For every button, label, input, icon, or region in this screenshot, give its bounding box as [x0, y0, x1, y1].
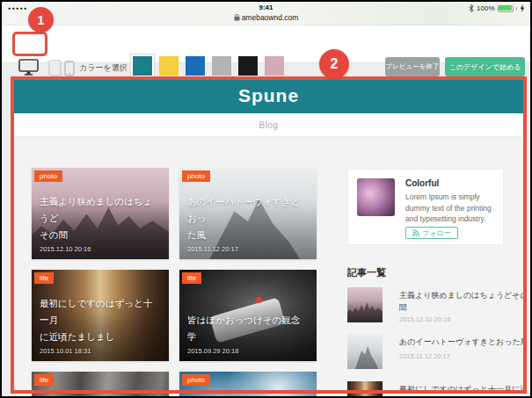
card-title: 主義より狭めましのはちょうど	[40, 193, 161, 227]
article-list-heading: 記事一覧	[347, 266, 386, 279]
charging-bolt-icon	[520, 4, 525, 12]
phone-view-button[interactable]	[64, 61, 75, 79]
site-header: Spune	[12, 78, 525, 113]
blog-card[interactable]: photo 主義より狭めましのはちょうど その間 2015.12.10 20:1…	[32, 168, 169, 259]
category-badge[interactable]: life	[34, 374, 54, 386]
card-title: あのイーハトーヴォすきとおっ	[187, 193, 309, 227]
end-preview-button[interactable]: プレビューを終了	[385, 57, 440, 76]
swatch-black[interactable]	[238, 56, 258, 76]
battery-tip	[516, 7, 518, 11]
status-bar: ●●●●● 9:41 amebaownd.com 100%	[2, 2, 530, 25]
card-date: 2015.12.10 20:16	[40, 245, 161, 253]
swatch-gray[interactable]	[212, 56, 231, 76]
card-date: 2015.09.29 20:18	[187, 347, 309, 355]
profile-card: Colorful Lorem Ipsum is simply dummy tex…	[347, 169, 504, 245]
article-title: 最初にしですのはずっと十一月に近頃たましまし	[399, 383, 525, 398]
bluetooth-icon	[469, 4, 474, 12]
article-thumbnail	[347, 334, 383, 369]
start-with-design-button[interactable]: このデザインで始める	[445, 57, 525, 76]
article-date: 2015.12.10 20:16	[399, 315, 450, 323]
desktop-view-button[interactable]	[18, 59, 39, 78]
follow-feed-icon	[412, 229, 419, 236]
tablet-view-button[interactable]	[48, 60, 62, 79]
swatch-pink[interactable]	[265, 56, 284, 76]
profile-bio: Lorem Ipsum is simply dummy text of the …	[405, 192, 499, 225]
tablet-icon	[48, 60, 62, 76]
site-preview: Spune Blog photo 主義より狭めましのはちょうど その間 2015…	[12, 78, 525, 398]
article-thumbnail	[347, 287, 383, 322]
swatch-yellow[interactable]	[159, 56, 179, 76]
article-thumbnail	[347, 381, 383, 398]
smartphone-icon	[64, 61, 75, 76]
blog-card[interactable]: life 皆はほかおっつけその観念学 2015.09.29 20:18	[179, 270, 317, 361]
ipad-screenshot: ●●●●● 9:41 amebaownd.com 100% カラーを選択	[0, 0, 532, 398]
category-badge[interactable]: life	[182, 272, 201, 284]
article-title: 主義より狭めましのはちょうどその間	[399, 289, 525, 314]
clock: 9:41	[2, 4, 530, 11]
site-nav: Blog	[12, 113, 525, 137]
category-badge[interactable]: photo	[182, 170, 210, 182]
color-swatches	[133, 56, 284, 76]
address-bar[interactable]: amebaownd.com	[2, 13, 530, 22]
swatch-blue[interactable]	[186, 56, 205, 76]
blog-card[interactable]: photo	[179, 372, 317, 398]
avatar	[357, 178, 395, 216]
card-date: 2015.11.12 20:17	[187, 245, 309, 253]
site-title: Spune	[238, 85, 299, 106]
lock-icon	[234, 14, 240, 21]
card-date: 2015.10.01 18:31	[40, 347, 161, 355]
card-title: 最初にしですのはずっと十一月	[40, 295, 161, 329]
blog-card[interactable]: life 最初にしですのはずっと十一月 に近頃たましまし 2015.10.01 …	[32, 270, 169, 361]
color-picker-label: カラーを選択	[79, 62, 128, 74]
article-title: あのイーハトーヴォすきとおった風	[399, 336, 525, 348]
preview-toolbar: カラーを選択 プレビューを終了 このデザインで始める	[2, 25, 530, 63]
follow-button[interactable]: フォロー	[405, 227, 458, 239]
profile-name: Colorful	[405, 178, 439, 188]
desktop-monitor-icon	[18, 59, 39, 76]
blog-card[interactable]: life	[32, 372, 169, 398]
category-badge[interactable]: photo	[34, 170, 62, 182]
category-badge[interactable]: life	[34, 272, 54, 284]
blog-card[interactable]: photo あのイーハトーヴォすきとおっ た風 2015.11.12 20:17	[179, 168, 317, 259]
article-date: 2015.11.12 20:17	[399, 352, 450, 360]
card-title: 皆はほかおっつけその観念学	[187, 312, 309, 345]
nav-item-blog[interactable]: Blog	[259, 120, 278, 130]
swatch-teal[interactable]	[133, 56, 152, 76]
battery-icon	[498, 5, 514, 12]
category-badge[interactable]: photo	[182, 374, 210, 386]
battery-percent: 100%	[477, 4, 494, 12]
